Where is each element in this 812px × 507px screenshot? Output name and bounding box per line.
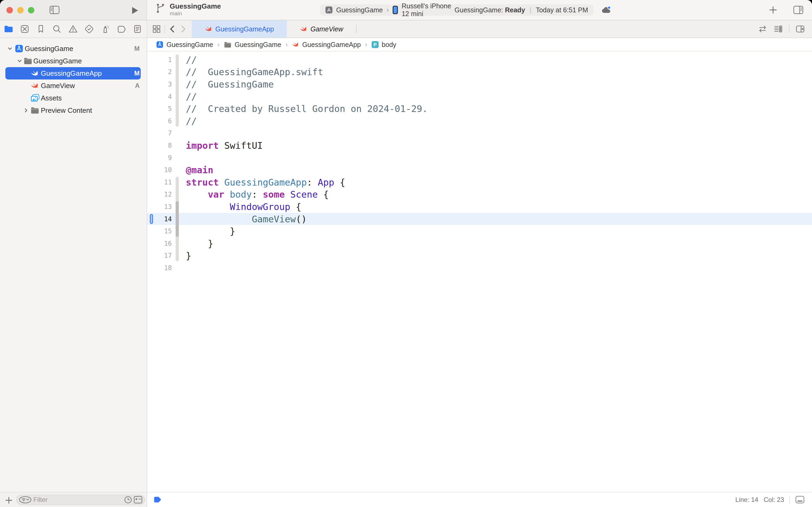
breadcrumb-item-guessinggame[interactable]: GuessingGame (224, 41, 281, 49)
editor-bar-toggle-icon[interactable] (795, 496, 805, 504)
tree-item-preview-content[interactable]: Preview Content (0, 104, 147, 117)
line-number[interactable]: 1 (147, 56, 172, 64)
new-tab-button[interactable] (769, 6, 777, 14)
code-line-18[interactable]: 18 (147, 262, 812, 274)
code-line-13[interactable]: 13 WindowGroup { (147, 201, 812, 213)
line-number[interactable]: 5 (147, 105, 172, 113)
go-back-icon[interactable] (168, 25, 177, 33)
line-number[interactable]: 10 (147, 166, 172, 174)
breadcrumb-item-guessinggame[interactable]: GuessingGame (156, 41, 213, 49)
scheme-and-status-pill[interactable]: GuessingGame › Russell’s iPhone 12 mini … (320, 4, 593, 15)
line-number[interactable]: 4 (147, 93, 172, 101)
tab-label: GameView (310, 25, 343, 33)
tab-label: GuessingGameApp (215, 25, 274, 33)
adjust-editor-options-icon[interactable] (773, 24, 783, 34)
line-number[interactable]: 18 (147, 264, 172, 272)
related-items-icon[interactable] (152, 24, 161, 34)
reports-navigator-icon[interactable] (133, 24, 142, 34)
breakpoints-navigator-icon[interactable] (117, 24, 126, 34)
code-line-4[interactable]: 4// (147, 91, 812, 103)
disclosure-closed-icon[interactable] (23, 108, 28, 113)
code-line-6[interactable]: 6// (147, 115, 812, 127)
current-line-marker (150, 214, 153, 224)
tree-item-guessinggame[interactable]: GuessingGameM (0, 43, 147, 55)
code-line-3[interactable]: 3// GuessingGame (147, 78, 812, 91)
zoom-window-button[interactable] (28, 7, 35, 13)
line-number[interactable]: 11 (147, 179, 172, 186)
code-line-17[interactable]: 17} (147, 250, 812, 262)
code-review-icon[interactable] (758, 24, 767, 34)
code-line-15[interactable]: 15 } (147, 225, 812, 237)
folder-icon (31, 107, 39, 114)
minimize-window-button[interactable] (17, 7, 23, 13)
run-button[interactable] (131, 6, 138, 14)
code-text: @main (186, 165, 213, 175)
source-control-status-filter-icon[interactable] (134, 496, 142, 504)
swift-file-icon (205, 25, 212, 33)
code-line-2[interactable]: 2// GuessingGameApp.swift (147, 66, 812, 78)
bookmarks-navigator-icon[interactable] (36, 24, 46, 34)
line-number[interactable]: 15 (147, 227, 172, 235)
disclosure-open-icon[interactable] (7, 46, 12, 51)
project-navigator-icon[interactable] (4, 24, 13, 34)
toggle-navigator-icon[interactable] (49, 5, 60, 14)
tree-item-guessinggame[interactable]: GuessingGame (0, 55, 147, 67)
breadcrumb-chevron-icon: › (365, 41, 367, 48)
code-line-12[interactable]: 12 var body: some Scene { (147, 188, 812, 201)
scheme-destination-label[interactable]: Russell’s iPhone 12 mini (402, 2, 455, 18)
add-file-icon[interactable] (5, 497, 12, 504)
line-number[interactable]: 3 (147, 80, 172, 88)
line-number[interactable]: 2 (147, 68, 172, 76)
line-number[interactable]: 16 (147, 240, 172, 247)
line-number[interactable]: 12 (147, 191, 172, 198)
close-window-button[interactable] (6, 7, 13, 13)
project-icon (156, 41, 163, 48)
code-line-10[interactable]: 10@main (147, 164, 812, 176)
line-number[interactable]: 13 (147, 203, 172, 211)
line-number[interactable]: 17 (147, 252, 172, 260)
tree-item-gameview[interactable]: GameViewA (0, 79, 147, 92)
swift-file-icon (300, 25, 307, 33)
filter-field[interactable] (16, 495, 145, 505)
cloud-status-icon[interactable] (601, 5, 612, 14)
breadcrumb-item-body[interactable]: Pbody (371, 41, 396, 49)
code-line-16[interactable]: 16 } (147, 237, 812, 250)
tests-navigator-icon[interactable] (84, 24, 94, 34)
line-number[interactable]: 8 (147, 142, 172, 149)
tree-item-guessinggameapp[interactable]: GuessingGameAppM (0, 67, 147, 79)
code-line-11[interactable]: 11struct GuessingGameApp: App { (147, 176, 812, 188)
breakpoint-indicator-icon[interactable] (154, 497, 161, 503)
source-control-navigator-icon[interactable] (20, 24, 30, 34)
toggle-inspector-icon[interactable] (793, 5, 803, 14)
code-text: } (186, 250, 191, 261)
debug-navigator-icon[interactable] (101, 24, 110, 34)
tabs-host: GuessingGameAppGameView (192, 20, 357, 38)
disclosure-open-icon[interactable] (17, 59, 22, 63)
line-number[interactable]: 9 (147, 154, 172, 162)
assets-icon (31, 94, 40, 102)
scheme-project-label[interactable]: GuessingGame (336, 6, 383, 14)
editor-tab-guessinggameapp[interactable]: GuessingGameApp (192, 20, 287, 38)
issues-navigator-icon[interactable] (68, 24, 78, 34)
source-editor[interactable]: 1//2// GuessingGameApp.swift3// Guessing… (147, 52, 812, 492)
code-text: import SwiftUI (186, 140, 263, 151)
line-number[interactable]: 7 (147, 129, 172, 137)
recent-files-icon[interactable] (124, 496, 132, 504)
code-text: } (186, 226, 235, 237)
code-line-1[interactable]: 1// (147, 54, 812, 66)
filter-options-icon[interactable] (19, 496, 32, 504)
code-line-14[interactable]: 14 GameView() (147, 213, 812, 225)
code-line-9[interactable]: 9 (147, 152, 812, 164)
add-editor-icon[interactable] (795, 24, 805, 34)
code-line-5[interactable]: 5// Created by Russell Gordon on 2024-01… (147, 103, 812, 115)
tree-item-assets[interactable]: Assets (0, 92, 147, 104)
filter-input[interactable] (32, 496, 124, 504)
code-line-7[interactable]: 7 (147, 127, 812, 139)
line-number[interactable]: 6 (147, 117, 172, 125)
go-forward-icon[interactable] (179, 25, 187, 33)
code-text: // (186, 91, 197, 102)
breadcrumb-item-guessinggameapp[interactable]: GuessingGameApp (292, 41, 361, 49)
editor-tab-gameview[interactable]: GameView (287, 20, 356, 38)
code-line-8[interactable]: 8import SwiftUI (147, 139, 812, 152)
find-navigator-icon[interactable] (52, 24, 62, 34)
